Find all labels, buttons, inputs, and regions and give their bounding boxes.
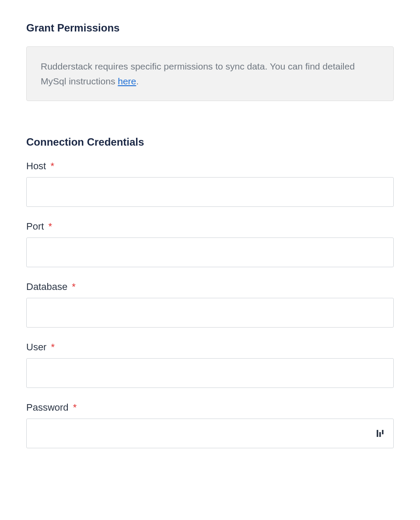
info-text-after: . (136, 76, 139, 86)
user-label-text: User (26, 342, 46, 352)
port-label: Port * (26, 221, 394, 232)
required-star: * (48, 221, 52, 232)
user-field-group: User * (26, 342, 394, 388)
required-star: * (51, 342, 55, 352)
svg-rect-2 (382, 430, 384, 434)
user-input[interactable] (26, 358, 394, 388)
port-field-group: Port * (26, 221, 394, 267)
host-field-group: Host * (26, 161, 394, 207)
host-label-text: Host (26, 161, 46, 171)
svg-rect-0 (377, 430, 378, 437)
required-star: * (72, 281, 76, 292)
port-input[interactable] (26, 237, 394, 267)
required-star: * (73, 402, 77, 413)
password-input-wrapper (26, 419, 394, 448)
info-text-before: Rudderstack requires specific permission… (41, 61, 355, 86)
password-field-group: Password * (26, 402, 394, 448)
port-label-text: Port (26, 221, 44, 232)
permissions-info-box: Rudderstack requires specific permission… (26, 46, 394, 101)
host-label: Host * (26, 161, 394, 172)
user-label: User * (26, 342, 394, 353)
database-label: Database * (26, 281, 394, 293)
password-manager-icon[interactable] (375, 429, 385, 438)
required-star: * (50, 161, 54, 171)
svg-rect-1 (379, 432, 381, 437)
host-input[interactable] (26, 177, 394, 207)
password-label: Password * (26, 402, 394, 413)
database-input[interactable] (26, 298, 394, 328)
password-label-text: Password (26, 402, 69, 413)
password-input[interactable] (26, 419, 394, 448)
database-field-group: Database * (26, 281, 394, 328)
grant-permissions-heading: Grant Permissions (26, 22, 394, 34)
permissions-info-text: Rudderstack requires specific permission… (41, 59, 379, 88)
permissions-here-link[interactable]: here (118, 76, 136, 86)
connection-credentials-heading: Connection Credentials (26, 136, 394, 148)
database-label-text: Database (26, 281, 67, 292)
